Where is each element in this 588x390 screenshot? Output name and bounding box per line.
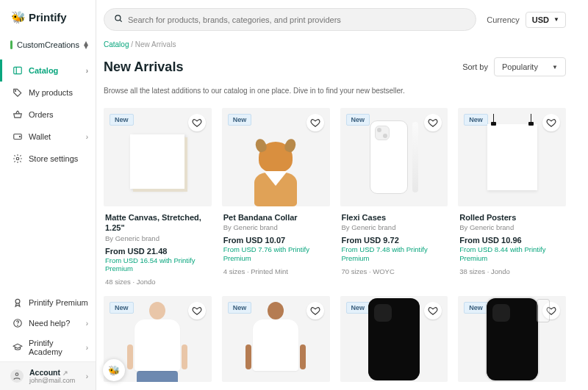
nav-orders[interactable]: Orders — [0, 104, 96, 126]
product-thumb: New — [104, 108, 212, 206]
chevron-right-icon: › — [86, 344, 88, 352]
nav-my-products[interactable]: My products — [0, 82, 96, 104]
nav-premium-label: Printify Premium — [29, 298, 88, 307]
product-name: Rolled Posters — [459, 212, 564, 223]
sort-dropdown[interactable]: Popularity ▼ — [494, 57, 566, 76]
account-email: john@mail.com — [29, 377, 75, 384]
breadcrumb-catalog[interactable]: Catalog — [104, 40, 129, 48]
product-sizes: 4 sizes · Printed Mint — [223, 267, 329, 275]
product-image — [368, 298, 420, 380]
catalog-icon — [12, 65, 23, 76]
product-thumb: New — [458, 296, 566, 382]
sidebar-bottom: Printify Premium Need help? › Printify A… — [0, 292, 96, 361]
product-card[interactable]: New Matte Canvas, Stretched, 1.25" By Ge… — [104, 108, 212, 286]
favorite-button[interactable] — [306, 114, 324, 131]
product-premium-price: From USD 7.48 with Printify Premium — [342, 245, 447, 263]
sidebar: 🐝 Printify CustomCreations ▴▾ Catalog › … — [0, 0, 96, 390]
favorite-button[interactable] — [542, 114, 560, 131]
nav-wallet[interactable]: Wallet › — [0, 126, 96, 148]
product-brand: By Generic brand — [223, 223, 329, 231]
breadcrumb-current: New Arrivals — [135, 40, 176, 48]
product-brand: By Generic brand — [105, 234, 210, 242]
favorite-button[interactable] — [188, 114, 206, 131]
new-badge: New — [110, 114, 134, 126]
caret-down-icon: ▼ — [552, 64, 558, 71]
caret-down-icon: ▼ — [553, 16, 559, 23]
new-badge: New — [228, 114, 252, 126]
new-badge: New — [346, 302, 370, 314]
nav-store-settings-label: Store settings — [29, 154, 78, 163]
svg-point-4 — [19, 136, 20, 137]
account-menu[interactable]: Account ↗ john@mail.com › — [0, 361, 96, 390]
new-badge: New — [464, 114, 488, 126]
product-card[interactable]: New Rolled Posters By Generic brand From… — [458, 108, 566, 286]
badge-icon — [12, 297, 23, 308]
nav-orders-label: Orders — [29, 110, 54, 119]
product-sizes: 48 sizes · Jondo — [105, 278, 210, 286]
store-switcher[interactable]: CustomCreations ▴▾ — [0, 35, 96, 55]
product-sizes: 70 sizes · WOYC — [342, 267, 447, 275]
external-icon: ↗ — [62, 369, 68, 377]
basket-icon — [12, 109, 23, 120]
favorite-button[interactable] — [306, 302, 324, 319]
product-premium-price: From USD 8.44 with Printify Premium — [459, 245, 564, 263]
brand-logo[interactable]: 🐝 Printify — [0, 0, 96, 35]
favorite-button[interactable] — [424, 302, 442, 319]
search-bar[interactable] — [104, 8, 476, 31]
help-icon — [12, 318, 23, 328]
nav-catalog-label: Catalog — [29, 66, 58, 75]
product-name: Matte Canvas, Stretched, 1.25" — [105, 212, 210, 234]
nav-catalog[interactable]: Catalog › — [0, 59, 96, 82]
product-image — [254, 108, 297, 206]
product-thumb: New — [340, 296, 448, 382]
new-badge: New — [346, 114, 370, 126]
new-badge: New — [464, 302, 488, 314]
breadcrumb-sep: / — [131, 40, 133, 48]
product-name: Flexi Cases — [342, 212, 447, 223]
nav-academy[interactable]: Printify Academy › — [0, 333, 96, 361]
sort-value: Popularity — [502, 62, 538, 71]
nav-premium[interactable]: Printify Premium — [0, 292, 96, 313]
product-image — [487, 298, 538, 380]
tag-icon — [12, 87, 23, 98]
product-price: From USD 10.07 — [223, 236, 329, 245]
product-brand: By Generic brand — [342, 223, 447, 231]
updown-icon: ▴▾ — [84, 41, 88, 48]
svg-point-9 — [15, 373, 18, 376]
search-input[interactable] — [128, 15, 467, 24]
currency-dropdown[interactable]: USD ▼ — [526, 12, 566, 28]
favorite-button[interactable] — [424, 114, 442, 131]
product-price: From USD 10.96 — [459, 236, 564, 245]
nav-store-settings[interactable]: Store settings — [0, 148, 96, 170]
product-thumb: New — [222, 296, 330, 382]
product-brand: By Generic brand — [459, 223, 564, 231]
product-card[interactable]: New — [340, 296, 448, 382]
chevron-right-icon: › — [86, 67, 88, 75]
nav-my-products-label: My products — [29, 88, 73, 97]
wallet-icon — [12, 131, 23, 142]
sort-label: Sort by — [462, 62, 488, 71]
favorite-button[interactable] — [188, 302, 206, 319]
sort-control: Sort by Popularity ▼ — [462, 57, 566, 76]
product-card[interactable]: New — [222, 296, 330, 382]
product-grid: New Matte Canvas, Stretched, 1.25" By Ge… — [104, 108, 566, 382]
currency-selector: Currency USD ▼ — [487, 12, 566, 28]
product-name: Pet Bandana Collar — [223, 212, 329, 223]
store-name: CustomCreations — [17, 40, 79, 49]
brand-name: Printify — [29, 11, 67, 24]
favorite-button[interactable] — [542, 302, 560, 319]
chevron-right-icon: › — [86, 372, 88, 380]
help-fab[interactable]: 🐝 — [103, 359, 125, 381]
main-nav: Catalog › My products Orders Wallet › St… — [0, 55, 96, 174]
chevron-right-icon: › — [86, 319, 88, 328]
product-card[interactable]: New — [458, 296, 566, 382]
currency-value: USD — [532, 15, 549, 24]
svg-point-8 — [18, 325, 18, 326]
nav-help[interactable]: Need help? › — [0, 313, 96, 333]
product-thumb: New — [340, 108, 448, 206]
nav-academy-label: Printify Academy — [29, 339, 80, 356]
svg-point-5 — [16, 157, 19, 160]
product-card[interactable]: New Pet Bandana Collar By Generic brand … — [222, 108, 330, 286]
product-card[interactable]: New Flexi Cases By Generic brand From US… — [340, 108, 448, 286]
store-icon — [10, 40, 12, 49]
